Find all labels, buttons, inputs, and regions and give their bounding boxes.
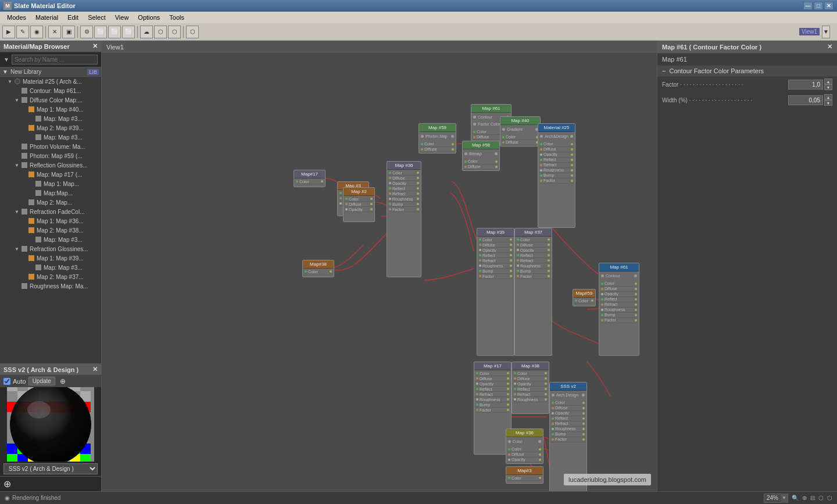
section-params-title: Contour Factor Color Parameters bbox=[669, 67, 764, 74]
tree-section-new-library[interactable]: ▼ New Library LIB bbox=[0, 67, 101, 77]
menu-options[interactable]: Options bbox=[133, 12, 164, 23]
spin-up-width[interactable]: ▲ bbox=[824, 94, 832, 100]
status-icon-4[interactable]: ⬡ bbox=[818, 495, 824, 501]
spin-down-factor[interactable]: ▼ bbox=[824, 84, 832, 90]
node-canvas[interactable]: Map #61ContourFactor ColorColorDiffuseMa… bbox=[102, 53, 657, 491]
toolbar-btn-4[interactable]: ✕ bbox=[48, 26, 61, 38]
tree-item[interactable]: Roughness Map: Ma... bbox=[0, 281, 101, 291]
param-input-factor[interactable] bbox=[788, 80, 823, 90]
zoom-control[interactable]: 24% ▼ bbox=[764, 494, 788, 503]
auto-checkbox[interactable] bbox=[3, 378, 10, 385]
tree-icon bbox=[28, 255, 35, 262]
node[interactable]: Map#59Color bbox=[573, 289, 596, 306]
tree-item[interactable]: Contour: Map #61... bbox=[0, 86, 101, 95]
tree-item[interactable]: Map: Map #3... bbox=[0, 133, 101, 142]
status-icon-3[interactable]: ⊟ bbox=[810, 495, 815, 501]
preview-close-icon[interactable]: ✕ bbox=[92, 366, 98, 373]
window-controls[interactable]: — □ ✕ bbox=[803, 2, 834, 10]
status-icon-2[interactable]: ⊕ bbox=[802, 495, 807, 501]
toolbar-btn-13[interactable]: ⬡ bbox=[186, 26, 199, 38]
tree-item[interactable]: Map: Map #3... bbox=[0, 235, 101, 244]
param-input-width[interactable] bbox=[788, 95, 823, 105]
node[interactable]: Map #59Photon MapColorDiffuse bbox=[419, 123, 456, 153]
node[interactable]: Map #39ColorDiffuseOpacityReflectRefract… bbox=[477, 228, 514, 356]
toolbar-btn-11[interactable]: ⬡ bbox=[154, 26, 167, 38]
update-button[interactable]: Update bbox=[28, 377, 55, 385]
section-badge: LIB bbox=[87, 69, 99, 75]
status-icon-5[interactable]: ⬡ bbox=[827, 495, 832, 501]
zoom-dropdown-arrow[interactable]: ▼ bbox=[781, 494, 788, 503]
node[interactable]: Map#17Color bbox=[294, 170, 326, 187]
preview-options-icon[interactable]: ⊕ bbox=[60, 377, 66, 385]
tree-item[interactable]: ▼Refraction FadeCol... bbox=[0, 207, 101, 216]
node[interactable]: Map #37ColorDiffuseOpacityReflectRefract… bbox=[514, 228, 552, 356]
filter-icon[interactable]: ▼ bbox=[3, 56, 9, 63]
close-button[interactable]: ✕ bbox=[824, 2, 834, 10]
tree-item[interactable]: Photon Volume: Ma... bbox=[0, 142, 101, 151]
minimize-button[interactable]: — bbox=[803, 2, 813, 10]
node[interactable]: Material #25Arch&DesignColorDiffuseOpaci… bbox=[538, 123, 575, 228]
toolbar-btn-12[interactable]: ⬡ bbox=[168, 26, 181, 38]
node[interactable]: Map #36ColorColorDiffuseOpacity bbox=[506, 428, 543, 464]
preview-material-dropdown[interactable]: SSS v2 ( Arch & Design ) bbox=[3, 463, 98, 474]
status-icon-1[interactable]: 🔍 bbox=[792, 495, 799, 501]
tree-item[interactable]: ▼Diffuse Color Map:... bbox=[0, 95, 101, 105]
toolbar-btn-2[interactable]: ✎ bbox=[16, 26, 29, 38]
tree-item-label: Diffuse Color Map:... bbox=[30, 97, 83, 103]
tree-item[interactable]: Map: Map #3... bbox=[0, 263, 101, 272]
node[interactable]: Map #58BitmapColorDiffuse bbox=[462, 141, 500, 171]
node[interactable]: Map #36ColorDiffuseOpacityReflectRefract… bbox=[387, 161, 421, 277]
toolbar-btn-9[interactable]: ⬜ bbox=[122, 26, 135, 38]
tree-item[interactable]: Map:Map... bbox=[0, 188, 101, 198]
node-header: Map #58 bbox=[463, 141, 499, 149]
toolbar-btn-8[interactable]: ⬜ bbox=[108, 26, 121, 38]
menu-modes[interactable]: Modes bbox=[2, 12, 31, 23]
menu-edit[interactable]: Edit bbox=[63, 12, 83, 23]
toolbar-btn-7[interactable]: ⬜ bbox=[94, 26, 107, 38]
tree-item[interactable]: Map: Map #17 (... bbox=[0, 170, 101, 179]
menu-view[interactable]: View bbox=[110, 12, 134, 23]
tree-item[interactable]: Photon: Map #59 (... bbox=[0, 151, 101, 160]
toolbar: ▶ ✎ ◉ ✕ ▣ ⚙ ⬜ ⬜ ⬜ ☁ ⬡ ⬡ ⬡ View1 ▼ bbox=[0, 23, 837, 41]
zoom-value: 24% bbox=[764, 495, 781, 501]
node[interactable]: Map#38Color bbox=[302, 260, 334, 277]
params-close-icon[interactable]: ✕ bbox=[827, 43, 832, 51]
tree-item[interactable]: Map 2: Map... bbox=[0, 198, 101, 207]
toolbar-btn-3[interactable]: ◉ bbox=[30, 26, 43, 38]
toolbar-btn-1[interactable]: ▶ bbox=[2, 26, 15, 38]
search-input[interactable] bbox=[12, 55, 98, 65]
tree-arrow bbox=[28, 181, 34, 187]
tree-item[interactable]: ▼Refraction Glossines... bbox=[0, 244, 101, 253]
node[interactable]: Map #38ColorDiffuseOpacityReflectRefract… bbox=[512, 362, 549, 414]
tree-item[interactable]: Map: Map #3... bbox=[0, 114, 101, 123]
view-dropdown-arrow[interactable]: ▼ bbox=[822, 26, 830, 38]
preview-render-icon[interactable]: ⊕ bbox=[3, 478, 11, 489]
node[interactable]: Map #61ContourColorDiffuseOpacityReflect… bbox=[599, 263, 639, 356]
menu-material[interactable]: Material bbox=[31, 12, 63, 23]
right-panel: Map #61 ( Contour Factor Color ) ✕ Map #… bbox=[657, 41, 837, 491]
tree-item[interactable]: Map 1: Map #36... bbox=[0, 216, 101, 226]
node[interactable]: Map#3Color bbox=[506, 466, 543, 484]
tree-item[interactable]: Map 2: Map #37... bbox=[0, 272, 101, 281]
maximize-button[interactable]: □ bbox=[814, 2, 823, 10]
node[interactable]: Map #40GradientColorDiffuse bbox=[500, 116, 541, 146]
tree-item[interactable]: ▼Material #25 ( Arch &... bbox=[0, 77, 101, 86]
tree-item[interactable]: Map 1: Map #39... bbox=[0, 253, 101, 263]
tree-item[interactable]: ▼Reflection Glossines... bbox=[0, 160, 101, 170]
spin-down-width[interactable]: ▼ bbox=[824, 100, 832, 106]
toolbar-btn-10[interactable]: ☁ bbox=[140, 26, 153, 38]
param-row-width: Width (%) · · · · · · · · · · · · · · · … bbox=[657, 92, 837, 108]
toolbar-btn-6[interactable]: ⚙ bbox=[80, 26, 93, 38]
node[interactable]: Map #2ColorDiffuseOpacity bbox=[343, 187, 375, 222]
browser-close-icon[interactable]: ✕ bbox=[92, 42, 98, 50]
spin-up-factor[interactable]: ▲ bbox=[824, 78, 832, 84]
menu-select[interactable]: Select bbox=[83, 12, 110, 23]
tree-item[interactable]: Map 1: Map... bbox=[0, 179, 101, 188]
tree-item[interactable]: Map 2: Map #38... bbox=[0, 226, 101, 235]
tree-item[interactable]: Map 1: Map #40... bbox=[0, 105, 101, 114]
browser-panel: Material/Map Browser ✕ ▼ ▼ New Library L… bbox=[0, 41, 101, 363]
toolbar-btn-5[interactable]: ▣ bbox=[62, 26, 75, 38]
menu-tools[interactable]: Tools bbox=[164, 12, 189, 23]
section-collapse-btn[interactable]: − bbox=[662, 67, 666, 74]
tree-item[interactable]: Map 2: Map #39... bbox=[0, 123, 101, 133]
